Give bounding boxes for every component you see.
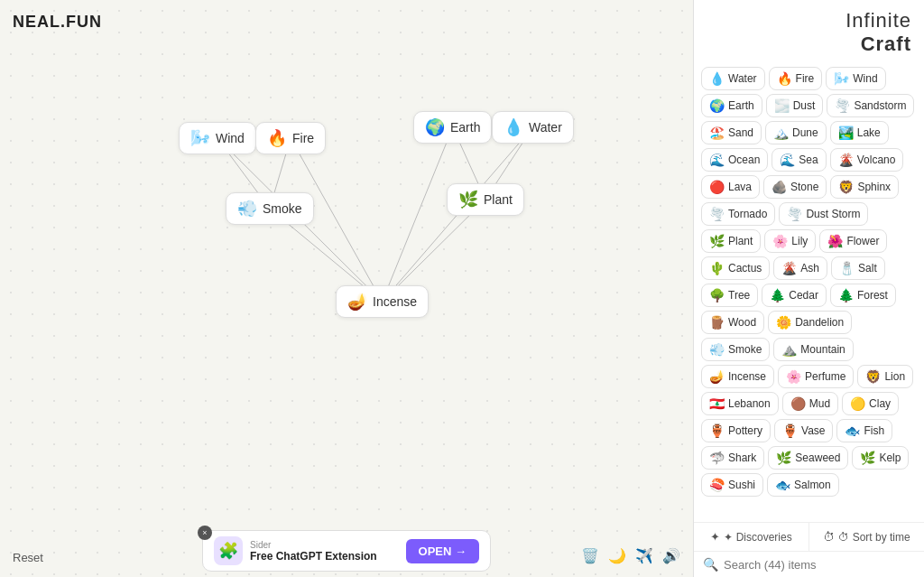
chip-icon: 🌼 <box>776 315 791 330</box>
node-incense[interactable]: 🪔Incense <box>336 285 429 318</box>
trash-icon[interactable]: 🗑️ <box>581 547 599 564</box>
canvas-area[interactable]: NEAL.FUN 🌬️Wind🔥Fire🌍Earth💧Water💨Smoke🌿P… <box>0 0 693 577</box>
sort-icon: ⏱ <box>823 530 835 544</box>
chip-icon: 🔴 <box>709 180 725 194</box>
water-icon: 💧 <box>504 117 523 137</box>
share-icon[interactable]: ✈️ <box>635 547 653 564</box>
item-chip[interactable]: 🌋Volcano <box>830 148 904 172</box>
chip-icon: 🐟 <box>845 423 860 438</box>
item-chip[interactable]: 🪔Incense <box>701 365 774 388</box>
item-chip[interactable]: 🌼Dandelion <box>768 311 852 334</box>
item-chip[interactable]: 🔴Lava <box>701 175 760 199</box>
item-chip[interactable]: 💨Smoke <box>701 338 770 361</box>
item-chip[interactable]: 🐟Salmon <box>767 473 839 497</box>
item-chip[interactable]: 🌊Sea <box>772 148 826 172</box>
items-grid: 💧Water🔥Fire🌬️Wind🌍Earth🌫️Dust🌪️Sandstorm… <box>694 61 924 522</box>
item-chip[interactable]: 🌵Cactus <box>701 256 770 280</box>
plant-label: Plant <box>484 192 513 207</box>
chip-label: Lion <box>884 370 905 383</box>
ad-text: Sider Free ChatGPT Extension <box>250 540 399 563</box>
item-chip[interactable]: 🌋Ash <box>773 256 827 280</box>
search-input[interactable] <box>724 558 915 572</box>
ad-close-icon[interactable]: × <box>198 526 212 540</box>
item-chip[interactable]: 🌍Earth <box>701 94 762 117</box>
item-chip[interactable]: 🌪️Sandstorm <box>827 94 914 117</box>
item-chip[interactable]: 🌲Forest <box>830 284 896 307</box>
ad-open-button[interactable]: OPEN → <box>406 539 479 563</box>
item-chip[interactable]: 🏔️Dune <box>765 121 827 144</box>
fire-icon: 🔥 <box>267 128 287 148</box>
chip-icon: 🌲 <box>770 288 785 302</box>
item-chip[interactable]: 🌳Tree <box>701 284 758 307</box>
item-chip[interactable]: 🏺Pottery <box>701 419 771 442</box>
item-chip[interactable]: 🪵Wood <box>701 311 764 334</box>
item-chip[interactable]: ⛰️Mountain <box>773 338 853 361</box>
item-chip[interactable]: 🌪️Tornado <box>701 202 775 226</box>
item-chip[interactable]: 🍣Sushi <box>701 473 763 497</box>
moon-icon[interactable]: 🌙 <box>608 547 626 564</box>
item-chip[interactable]: 🏺Vase <box>774 419 833 442</box>
chip-label: Lebanon <box>728 397 771 410</box>
wind-icon: 🌬️ <box>190 128 210 148</box>
item-chip[interactable]: 🌪️Dust Storm <box>779 202 868 226</box>
chip-icon: 💧 <box>709 71 725 86</box>
chip-icon: 🍣 <box>709 478 725 492</box>
chip-label: Volcano <box>857 154 896 166</box>
sort-tab[interactable]: ⏱ ⏱ Sort by time <box>809 523 924 551</box>
brand-bottom: Craft <box>845 33 911 56</box>
chip-icon: 🌊 <box>709 153 725 167</box>
plant-icon: 🌿 <box>458 190 478 209</box>
node-smoke[interactable]: 💨Smoke <box>226 192 314 225</box>
water-label: Water <box>529 120 562 135</box>
item-chip[interactable]: 🌫️Dust <box>766 94 824 117</box>
node-fire[interactable]: 🔥Fire <box>255 122 326 154</box>
chip-label: Clay <box>869 397 891 410</box>
node-water[interactable]: 💧Water <box>492 111 574 144</box>
item-chip[interactable]: 🦁Sphinx <box>830 175 899 199</box>
chip-label: Plant <box>728 235 753 247</box>
chip-icon: 🔥 <box>777 71 792 86</box>
item-chip[interactable]: 💧Water <box>701 67 765 90</box>
chip-icon: 🏔️ <box>773 126 789 140</box>
reset-button[interactable]: Reset <box>13 551 43 564</box>
item-chip[interactable]: 🔥Fire <box>769 67 823 90</box>
item-chip[interactable]: 🧂Salt <box>831 256 885 280</box>
item-chip[interactable]: 🌸Lily <box>764 229 816 253</box>
chip-label: Fire <box>796 72 815 85</box>
item-chip[interactable]: 🌿Kelp <box>852 446 909 470</box>
chip-label: Forest <box>857 289 888 302</box>
item-chip[interactable]: 🦁Lion <box>857 365 913 388</box>
chip-label: Sphinx <box>857 181 891 193</box>
search-icon: 🔍 <box>703 557 718 572</box>
item-chip[interactable]: 🏞️Lake <box>830 121 889 144</box>
sound-icon[interactable]: 🔊 <box>662 547 680 564</box>
item-chip[interactable]: 🟡Clay <box>842 392 899 415</box>
chip-icon: 🌪️ <box>709 207 725 221</box>
chip-label: Seaweed <box>795 451 840 464</box>
fire-label: Fire <box>292 131 314 145</box>
chip-icon: 🌿 <box>776 451 791 465</box>
chip-label: Dust Storm <box>806 208 860 220</box>
chip-label: Pottery <box>728 424 762 437</box>
item-chip[interactable]: 🏖️Sand <box>701 121 762 144</box>
chip-icon: 🌸 <box>786 369 801 384</box>
item-chip[interactable]: 🟤Mud <box>782 392 838 415</box>
item-chip[interactable]: 🦈Shark <box>701 446 764 470</box>
item-chip[interactable]: 🪨Stone <box>763 175 827 199</box>
item-chip[interactable]: 🐟Fish <box>836 419 892 442</box>
item-chip[interactable]: 🌿Plant <box>701 229 761 253</box>
chip-label: Sushi <box>728 479 755 491</box>
item-chip[interactable]: 🌬️Wind <box>826 67 885 90</box>
item-chip[interactable]: 🌲Cedar <box>762 284 827 307</box>
item-chip[interactable]: 🌿Seaweed <box>768 446 848 470</box>
item-chip[interactable]: 🇱🇧Lebanon <box>701 392 779 415</box>
node-plant[interactable]: 🌿Plant <box>447 183 524 216</box>
item-chip[interactable]: 🌊Ocean <box>701 148 768 172</box>
node-wind[interactable]: 🌬️Wind <box>179 122 256 154</box>
item-chip[interactable]: 🌸Perfume <box>778 365 854 388</box>
item-chip[interactable]: 🌺Flower <box>819 229 887 253</box>
incense-label: Incense <box>373 294 417 309</box>
chip-icon: 🦁 <box>838 180 854 194</box>
discoveries-tab[interactable]: ✦ ✦ Discoveries <box>694 523 809 551</box>
node-earth[interactable]: 🌍Earth <box>413 111 492 144</box>
